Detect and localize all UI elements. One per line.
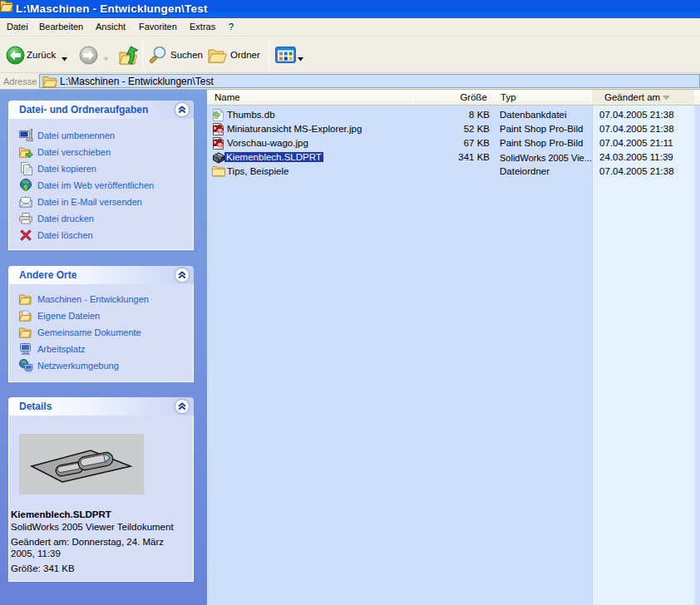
svg-text:8: 8 [219, 143, 222, 149]
svg-text:8: 8 [219, 129, 222, 135]
